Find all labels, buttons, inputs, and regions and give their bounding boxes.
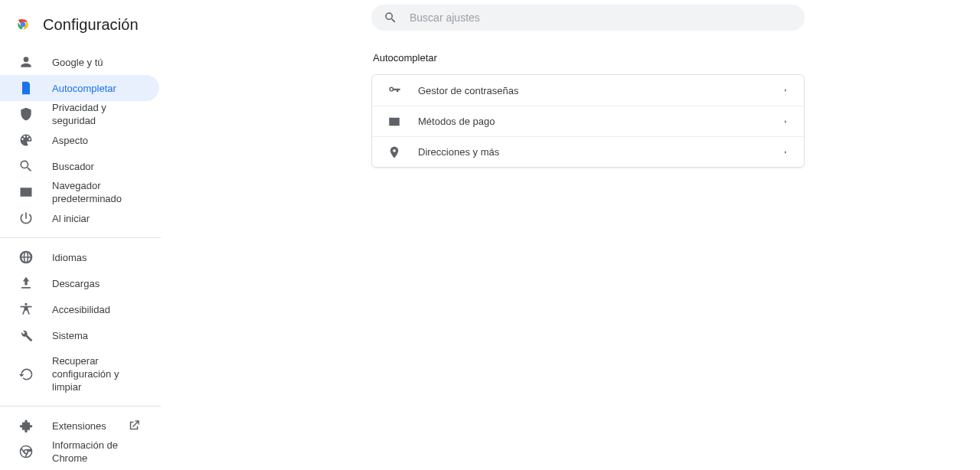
row-label: Direcciones y más xyxy=(418,146,766,158)
sidebar-item-label: Accesibilidad xyxy=(52,303,141,316)
search-bar[interactable] xyxy=(371,5,805,31)
app-header: Configuración xyxy=(0,6,196,43)
sidebar-item-label: Privacidad y seguridad xyxy=(52,101,141,127)
divider xyxy=(0,237,161,238)
row-addresses[interactable]: Direcciones y más xyxy=(372,136,804,167)
chevron-right-icon xyxy=(782,119,789,125)
sidebar-item-about-chrome[interactable]: Información de Chrome xyxy=(0,439,159,465)
sidebar-item-label: Navegador predeterminado xyxy=(52,179,141,205)
settings-card: Gestor de contraseñas Métodos de pago Di… xyxy=(371,74,805,168)
sidebar-item-autofill[interactable]: Autocompletar xyxy=(0,75,159,101)
search-input[interactable] xyxy=(410,11,792,24)
sidebar-item-label: Buscador xyxy=(52,160,141,173)
download-icon xyxy=(18,276,34,291)
section-title: Autocompletar xyxy=(371,52,805,64)
chrome-outline-icon xyxy=(18,444,34,459)
sidebar-item-label: Extensiones xyxy=(52,419,109,432)
globe-icon xyxy=(18,250,34,265)
sidebar-item-languages[interactable]: Idiomas xyxy=(0,244,159,270)
row-label: Gestor de contraseñas xyxy=(418,85,766,96)
sidebar-item-privacy[interactable]: Privacidad y seguridad xyxy=(0,101,159,127)
wrench-icon xyxy=(18,328,34,343)
sidebar: Configuración Google y tú Autocompletar … xyxy=(0,0,196,470)
nav-main: Google y tú Autocompletar Privacidad y s… xyxy=(0,49,196,231)
main-content: Autocompletar Gestor de contraseñas Méto… xyxy=(196,0,980,470)
sidebar-item-label: Sistema xyxy=(52,329,141,342)
key-icon xyxy=(387,83,401,97)
location-icon xyxy=(387,145,401,159)
row-password-manager[interactable]: Gestor de contraseñas xyxy=(372,75,804,106)
person-icon xyxy=(18,54,34,70)
search-icon xyxy=(384,11,397,24)
open-external-icon xyxy=(127,419,141,432)
chrome-logo-icon xyxy=(15,17,31,32)
sidebar-item-label: Google y tú xyxy=(52,56,141,69)
power-icon xyxy=(18,211,34,226)
sidebar-item-label: Al iniciar xyxy=(52,212,141,225)
row-label: Métodos de pago xyxy=(418,116,766,127)
sidebar-item-on-startup[interactable]: Al iniciar xyxy=(0,205,159,231)
sidebar-item-google-and-you[interactable]: Google y tú xyxy=(0,49,159,75)
autofill-section: Autocompletar Gestor de contraseñas Méto… xyxy=(371,52,805,168)
sidebar-item-downloads[interactable]: Descargas xyxy=(0,270,159,296)
document-icon xyxy=(18,80,34,96)
app-title: Configuración xyxy=(43,16,139,34)
accessibility-icon xyxy=(18,302,34,317)
sidebar-item-label: Idiomas xyxy=(52,251,141,264)
sidebar-item-extensions[interactable]: Extensiones xyxy=(0,413,159,439)
sidebar-item-label: Aspecto xyxy=(52,134,141,147)
sidebar-item-reset[interactable]: Recuperar configuración y limpiar xyxy=(0,348,159,400)
chevron-right-icon xyxy=(782,87,789,93)
sidebar-item-system[interactable]: Sistema xyxy=(0,322,159,348)
search-icon xyxy=(18,158,34,174)
sidebar-item-accessibility[interactable]: Accesibilidad xyxy=(0,296,159,322)
svg-point-1 xyxy=(21,23,25,27)
sidebar-item-default-browser[interactable]: Navegador predeterminado xyxy=(0,179,159,205)
shield-icon xyxy=(18,106,34,122)
divider xyxy=(0,406,161,406)
restore-icon xyxy=(18,367,34,382)
sidebar-item-appearance[interactable]: Aspecto xyxy=(0,127,159,153)
sidebar-item-label: Descargas xyxy=(52,277,141,290)
row-payment-methods[interactable]: Métodos de pago xyxy=(372,106,804,136)
browser-icon xyxy=(18,184,34,200)
credit-card-icon xyxy=(387,115,401,129)
nav-advanced: Idiomas Descargas Accesibilidad Sistema … xyxy=(0,244,196,400)
sidebar-item-label: Información de Chrome xyxy=(52,439,141,465)
nav-footer: Extensiones Información de Chrome xyxy=(0,413,196,465)
sidebar-item-search-engine[interactable]: Buscador xyxy=(0,153,159,179)
sidebar-item-label: Autocompletar xyxy=(52,82,141,95)
palette-icon xyxy=(18,132,34,148)
extension-icon xyxy=(18,418,34,433)
sidebar-item-label: Recuperar configuración y limpiar xyxy=(52,354,141,393)
chevron-right-icon xyxy=(782,149,789,155)
